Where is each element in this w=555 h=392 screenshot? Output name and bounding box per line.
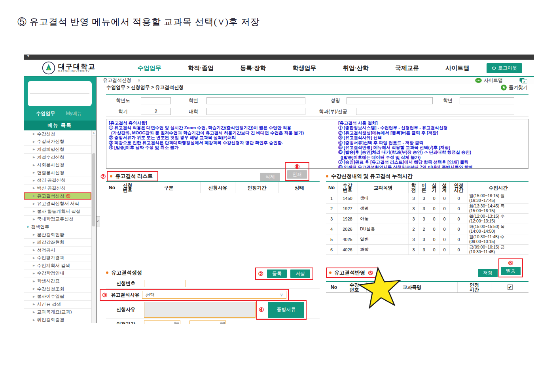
scrollbar-thumb[interactable]	[92, 153, 95, 226]
notice-line: ④ [발송]이후 날짜 수정 및 취소 불가	[109, 145, 336, 150]
collapse-toolbar-icon[interactable]: ▼	[27, 55, 30, 58]
content-area: 학년도학번성명학년학기대학학과(부)/전공 [유고결석 유의사항] ① 유고결석…	[97, 91, 534, 324]
scroll-up-icon[interactable]: ∧	[92, 130, 96, 136]
sidebar-item[interactable]: ▶학생시간표	[24, 277, 91, 285]
sidebar-item[interactable]: ▶취업강좌출결	[24, 316, 91, 323]
notice-procedure: [유고결석 사용 절차] ① [종합정보시스템] - 수업업무 - 신청업무 -…	[337, 121, 526, 167]
sitemap-link[interactable]: 사이트맵	[475, 77, 503, 84]
favorites-button[interactable]: 즐겨찾기	[501, 84, 528, 91]
notice-line: ② 증빙서류가 위조 또는 변조된 것일 경우 해당 교과목 실격(F)처리	[109, 135, 336, 140]
nav-item[interactable]: 등록·장학	[240, 64, 266, 72]
arrow-right-icon: ▶	[33, 311, 35, 314]
enrollment-section: 수강신청내역 및 유고결석 누적시간 No수강 번호교과목명학 점이 론실 기설…	[326, 171, 528, 255]
sidebar-item[interactable]: ▶시간표 검색	[24, 301, 91, 309]
column-header: No	[326, 182, 337, 193]
notice-box: [유고결석 유의사항] ① 유고결석 적용은 대면수업 및 실시간 Zoom 수…	[106, 119, 528, 169]
sidebar-item[interactable]: ▶폐강강좌현황	[24, 239, 91, 247]
register-button[interactable]: 등록	[267, 270, 287, 278]
sidebar-item[interactable]: ▶생리 공결신청	[24, 177, 91, 185]
evidence-frame: ④ 증빙서류	[256, 300, 307, 320]
sidebar-item[interactable]: ▶분반강좌현황	[24, 231, 91, 239]
logout-button[interactable]: 로그아웃	[487, 63, 522, 73]
sidebar-item[interactable]: ▶수강학점안내	[24, 270, 91, 278]
menu-list-header: 메뉴 목록	[24, 121, 96, 130]
select-all-checkbox[interactable]: ✔	[508, 285, 513, 290]
nav-item[interactable]: 학생업무	[292, 64, 316, 72]
apply-table-header: No수강 번호교과목명인정 시간✔	[326, 281, 528, 293]
name-field[interactable]	[347, 97, 433, 104]
college-field[interactable]	[206, 108, 305, 115]
evidence-button[interactable]: 증빙서류	[268, 302, 304, 318]
tab-absence-apply[interactable]: 유고결석신청 ×	[97, 77, 147, 84]
browser-top-bar: ▼	[24, 55, 534, 60]
sidebar-item[interactable]: ▶백신 공결신청	[24, 185, 91, 192]
tab-close-icon[interactable]: ×	[138, 78, 140, 83]
notice-line: ⑧ 인쇄된 유고결석확인서를 신청일로부터 7일 이내에 증빙서류와 함께	[338, 165, 526, 169]
sidebar-item[interactable]: ▶유고결석신청①	[24, 192, 91, 200]
chevron-down-icon: ∨	[280, 292, 283, 298]
notice-line: ⑥ [발송]후 [승인]처리 대기(학과(부)장 승인) -> 단과대학 행정실…	[338, 150, 526, 155]
sidebar-item[interactable]: ▶유고결석신청서 서식	[24, 200, 91, 208]
reason-type-select[interactable]: 선택 ∨	[142, 291, 286, 299]
sidebar-item-label: 분반강좌현황	[37, 232, 64, 238]
sidebar-item-label: 봉사이수열람	[37, 294, 64, 300]
cell: 월(12:00~13:15) 수(12:00~13:15)	[468, 214, 528, 224]
sidebar-item[interactable]: ▶봉사이수열람	[24, 293, 91, 301]
sidebar-item[interactable]: ▶계절희망신청	[24, 146, 91, 154]
sidebar-item[interactable]: ▶교과목개요(교과)	[24, 309, 91, 317]
close-all-tabs-icon[interactable]: x	[519, 78, 528, 83]
sidebar-item[interactable]: ▶사회봉사신청	[24, 161, 91, 169]
sidebar-item[interactable]: ▶수업계획서 검색	[24, 262, 91, 270]
cell: 2026	[337, 224, 358, 234]
semester-field[interactable]	[141, 108, 171, 115]
column-header: 수강 번호	[342, 282, 366, 292]
major-field[interactable]	[356, 108, 514, 115]
chevron-down-icon: ∨	[27, 225, 29, 229]
year-field[interactable]	[141, 97, 171, 104]
nav-item[interactable]: 국제교류	[395, 64, 419, 72]
cell: 0	[429, 204, 439, 213]
annotation-1: ①	[66, 194, 70, 199]
student-id-field[interactable]	[206, 97, 305, 104]
sidebar-item[interactable]: ▶수강허가신청	[24, 138, 91, 146]
sidebar-item-label: 성적공시	[37, 247, 55, 253]
arrow-right-icon: ▶	[33, 287, 35, 290]
nav-item[interactable]: 취업·산학	[343, 64, 369, 72]
sidebar-item[interactable]: ▶수강신청	[24, 130, 91, 138]
sidebar-tab-mymenu[interactable]: My메뉴	[60, 110, 88, 117]
grade-field[interactable]	[460, 97, 514, 104]
sidebar-tab-classwork[interactable]: 수업업무	[32, 110, 60, 117]
sidebar-collapse-handle[interactable]: <	[97, 216, 100, 226]
university-name-en: DAEGUUNIVERSITY	[58, 70, 96, 73]
calendar-icon[interactable]	[220, 322, 225, 324]
sidebar-item[interactable]: ▶봉사 활동계획서 작성	[24, 208, 91, 216]
nav-item[interactable]: 수업업무	[138, 64, 161, 72]
svg-text:x: x	[523, 80, 525, 83]
nav-item[interactable]: 사이트맵	[445, 64, 469, 72]
sidebar-scrollbar[interactable]: ∧	[91, 130, 96, 323]
sidebar-item[interactable]: ▶헌혈봉사신청	[24, 169, 91, 177]
delete-button[interactable]: 삭제	[260, 173, 280, 181]
sidebar-item-label: 수강허가신청	[37, 139, 64, 145]
breadcrumb: 수업업무 > 신청업무 > 유고결석신청	[106, 84, 184, 91]
cell: 0	[449, 245, 468, 254]
sidebar-item[interactable]: ∨검색업무	[24, 223, 91, 231]
nav-item[interactable]: 학적·졸업	[188, 64, 214, 72]
sidebar-item[interactable]: ▶수강신청조회	[24, 285, 91, 293]
annotation-4: ④	[259, 307, 264, 313]
annotation-7: ⑦	[100, 173, 106, 179]
save-button[interactable]: 저장	[290, 270, 310, 278]
sidebar-item[interactable]: ▶계절수강신청	[24, 154, 91, 162]
print-button[interactable]: 인쇄	[287, 170, 307, 179]
reason-textarea[interactable]	[144, 302, 256, 318]
sidebar-item[interactable]: ▶성적공시	[24, 247, 91, 254]
sidebar-item[interactable]: ▶수업평가결과	[24, 254, 91, 262]
send-button[interactable]: 발송	[501, 267, 521, 275]
arrow-right-icon: ▶	[33, 202, 35, 205]
calendar-icon[interactable]	[174, 322, 179, 324]
cell: 3	[408, 214, 419, 224]
apply-save-button[interactable]: 저장	[478, 269, 498, 277]
sidebar-item-label: 수강신청	[37, 131, 55, 137]
sidebar-item[interactable]: ▶국내학점교류신청	[24, 216, 91, 224]
apply-no-input[interactable]	[144, 280, 186, 287]
